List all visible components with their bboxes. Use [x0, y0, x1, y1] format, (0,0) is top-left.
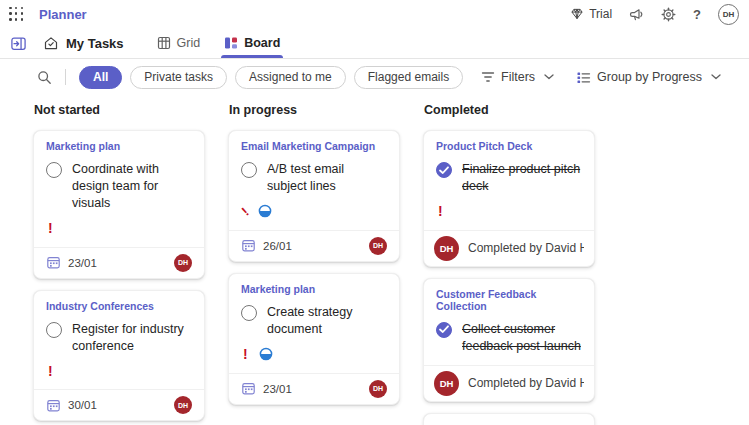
- view-tabs: Grid Board: [150, 28, 288, 58]
- assignee-avatar: DH: [369, 237, 387, 255]
- quick-filter-pills: All Private tasks Assigned to me Flagged…: [79, 66, 463, 89]
- plan-link[interactable]: Email Marketing Campaign: [241, 140, 387, 152]
- column-title: In progress: [229, 103, 400, 117]
- feedback-button[interactable]: [629, 7, 644, 22]
- trial-badge[interactable]: Trial: [570, 7, 612, 21]
- important-priority-icon: !: [243, 347, 248, 361]
- group-by-icon: [576, 71, 591, 84]
- active-tab-indicator: [221, 55, 283, 58]
- task-title: Create strategy document: [267, 304, 387, 338]
- app-launcher-icon[interactable]: [9, 7, 24, 22]
- important-priority-icon: !: [48, 221, 53, 235]
- grid-icon: [157, 36, 171, 50]
- assignee-avatar: DH: [434, 371, 459, 396]
- my-tasks-nav-item[interactable]: My Tasks: [43, 35, 124, 51]
- board-icon: [224, 36, 238, 50]
- assignee-avatar: DH: [369, 380, 387, 398]
- trial-label: Trial: [589, 7, 612, 21]
- column-in-progress: In progress Email Marketing Campaign A/B…: [228, 97, 400, 416]
- tab-board-label: Board: [244, 36, 280, 50]
- task-card[interactable]: Marketing plan Create strategy document …: [228, 273, 400, 405]
- column-title: Not started: [34, 103, 205, 117]
- assignee-avatar: DH: [174, 396, 192, 414]
- calendar-icon: [46, 255, 61, 270]
- settings-button[interactable]: [661, 7, 676, 22]
- important-priority-icon: !: [48, 364, 53, 378]
- sidebar-toggle-icon[interactable]: [10, 35, 27, 52]
- task-card[interactable]: Industry Conferences Register for indust…: [33, 290, 205, 422]
- task-checkbox[interactable]: [46, 322, 62, 338]
- divider: [65, 69, 66, 85]
- due-date-label: 26/01: [263, 240, 292, 252]
- due-date-chip: 26/01: [241, 238, 292, 253]
- plan-link[interactable]: Industry Conferences: [46, 300, 192, 312]
- pill-assigned-to-me[interactable]: Assigned to me: [235, 66, 346, 89]
- user-avatar[interactable]: DH: [718, 4, 739, 25]
- in-progress-status-icon: [259, 347, 273, 361]
- task-title: Collect customer feedback post-launch: [462, 321, 582, 355]
- task-card[interactable]: AI Productivity Tools Evaluate AI tool e…: [423, 413, 595, 425]
- tab-board[interactable]: Board: [217, 28, 287, 58]
- calendar-icon: [241, 381, 256, 396]
- task-checkbox[interactable]: [241, 305, 257, 321]
- pill-flagged-emails[interactable]: Flagged emails: [354, 66, 463, 89]
- important-priority-icon: !: [438, 204, 443, 218]
- plan-link[interactable]: Product Pitch Deck: [436, 140, 582, 152]
- chevron-down-icon: [544, 74, 554, 80]
- filter-icon: [481, 71, 495, 83]
- tab-grid[interactable]: Grid: [150, 28, 208, 58]
- calendar-icon: [46, 398, 61, 413]
- due-date-label: 23/01: [263, 383, 292, 395]
- pill-all[interactable]: All: [79, 66, 122, 89]
- page-title: My Tasks: [66, 36, 124, 51]
- nav-bar: My Tasks Grid Board: [0, 28, 749, 59]
- column-title: Completed: [424, 103, 595, 117]
- column-not-started: Not started Marketing plan Coordinate wi…: [33, 97, 205, 425]
- in-progress-status-icon: [258, 204, 272, 218]
- calendar-icon: [241, 238, 256, 253]
- chevron-down-icon: [711, 74, 721, 80]
- column-completed: Completed Product Pitch Deck Finalize pr…: [423, 97, 595, 425]
- help-button[interactable]: ?: [693, 7, 701, 22]
- due-date-label: 30/01: [68, 399, 97, 411]
- task-checkbox[interactable]: [241, 162, 257, 178]
- task-title: Coordinate with design team for visuals: [72, 161, 192, 212]
- megaphone-icon: [629, 7, 644, 22]
- due-date-chip: 23/01: [46, 255, 97, 270]
- urgent-priority-icon: !: [239, 205, 251, 218]
- task-title: A/B test email subject lines: [267, 161, 387, 195]
- task-card[interactable]: Customer Feedback Collection Collect cus…: [423, 278, 595, 402]
- plan-link[interactable]: Marketing plan: [46, 140, 192, 152]
- pill-private-tasks[interactable]: Private tasks: [130, 66, 227, 89]
- gear-icon: [661, 7, 676, 22]
- tab-grid-label: Grid: [177, 36, 201, 50]
- plan-link[interactable]: Customer Feedback Collection: [436, 288, 582, 312]
- filters-label: Filters: [501, 70, 535, 84]
- due-date-label: 23/01: [68, 257, 97, 269]
- completed-by-text: Completed by David Hopkins on…: [468, 376, 584, 390]
- completed-by-text: Completed by David Hopkins on…: [468, 241, 584, 255]
- home-icon: [43, 35, 59, 51]
- task-title: Finalize product pitch deck: [462, 161, 582, 195]
- due-date-chip: 30/01: [46, 398, 97, 413]
- assignee-avatar: DH: [434, 236, 459, 261]
- app-title: Planner: [39, 7, 87, 22]
- group-by-dropdown[interactable]: Group by Progress: [576, 70, 721, 84]
- search-icon[interactable]: [37, 70, 52, 85]
- task-checkbox-checked[interactable]: [436, 162, 452, 178]
- group-by-label: Group by Progress: [597, 70, 702, 84]
- filter-bar: All Private tasks Assigned to me Flagged…: [0, 59, 749, 95]
- task-title: Register for industry conference: [72, 321, 192, 355]
- task-checkbox[interactable]: [46, 162, 62, 178]
- gem-icon: [570, 7, 584, 21]
- task-card[interactable]: Marketing plan Coordinate with design te…: [33, 130, 205, 279]
- task-card[interactable]: Email Marketing Campaign A/B test email …: [228, 130, 400, 262]
- top-app-bar: Planner Trial ? DH: [0, 0, 749, 28]
- filters-dropdown[interactable]: Filters: [481, 70, 554, 84]
- plan-link[interactable]: Marketing plan: [241, 283, 387, 295]
- board: Not started Marketing plan Coordinate wi…: [0, 95, 749, 425]
- assignee-avatar: DH: [174, 254, 192, 272]
- task-card[interactable]: Product Pitch Deck Finalize product pitc…: [423, 130, 595, 267]
- due-date-chip: 23/01: [241, 381, 292, 396]
- task-checkbox-checked[interactable]: [436, 322, 452, 338]
